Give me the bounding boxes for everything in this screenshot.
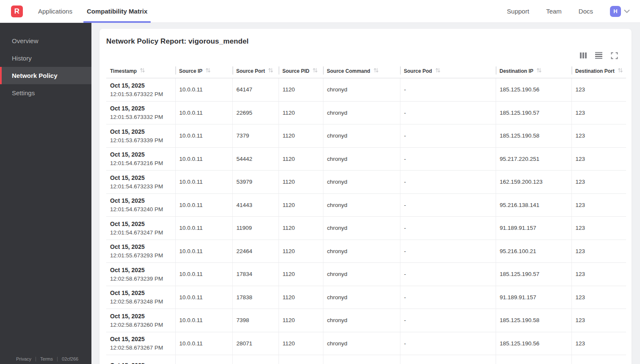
cell-destination_port: 123: [571, 193, 626, 217]
cell-source_command: chronyd: [323, 286, 400, 309]
sidebar-item-history[interactable]: History: [0, 50, 91, 67]
table-row: Oct 15, 202512:01:53.673339 PM10.0.0.117…: [106, 124, 626, 148]
cell-destination_ip: 185.125.190.56: [496, 78, 571, 102]
cell-destination_port: 123: [571, 286, 626, 309]
cell-source_pid: 1120: [279, 193, 323, 217]
terms-link[interactable]: Terms: [40, 356, 53, 361]
cell-destination_port: 123: [571, 332, 626, 355]
cell-source_pid: 1120: [279, 332, 323, 355]
cell-timestamp: Oct 15, 202512:02:58.673239 PM: [106, 263, 175, 286]
sidebar-item-network-policy[interactable]: Network Policy: [0, 67, 91, 84]
cell-destination_ip: 185.125.190.57: [496, 263, 571, 286]
cell-source_port: 54442: [232, 147, 279, 171]
network-policy-table: TimestampSource IPSource PortSource PIDS…: [106, 66, 626, 364]
tab-applications[interactable]: Applications: [38, 0, 72, 23]
sidebar-items: OverviewHistoryNetwork PolicySettings: [0, 23, 91, 102]
cell-source_pod: -: [400, 147, 496, 171]
column-header-source-pod[interactable]: Source Pod: [400, 66, 496, 78]
cell-source_ip: 10.0.0.11: [175, 286, 232, 309]
sort-icon: [618, 68, 623, 74]
table-header-row: TimestampSource IPSource PortSource PIDS…: [106, 66, 626, 78]
cell-source_pid: [279, 355, 323, 364]
sort-icon: [435, 68, 441, 74]
column-label: Source IP: [179, 68, 202, 74]
cell-source_port: 22464: [232, 240, 279, 263]
link-docs[interactable]: Docs: [579, 8, 593, 15]
cell-source_port: [232, 355, 279, 364]
column-header-source-pid[interactable]: Source PID: [279, 66, 323, 78]
column-header-source-ip[interactable]: Source IP: [175, 66, 232, 78]
cell-destination_port: 123: [571, 78, 626, 102]
sidebar-footer: Privacy Terms 02cf266: [16, 356, 78, 361]
cell-source_port: 11909: [232, 217, 279, 240]
cell-destination_ip: [496, 355, 571, 364]
cell-destination_port: [571, 355, 626, 364]
column-label: Source Command: [327, 68, 370, 74]
table-row: Oct 15, 2025: [106, 355, 626, 364]
fullscreen-icon[interactable]: [611, 52, 618, 59]
cell-destination_port: 123: [571, 263, 626, 286]
cell-source_port: 7379: [232, 124, 279, 148]
columns-view-icon[interactable]: [580, 52, 587, 58]
cell-source_ip: 10.0.0.11: [175, 147, 232, 171]
cell-source_command: [323, 355, 400, 364]
cell-source_port: 7398: [232, 309, 279, 332]
cell-source_port: 41443: [232, 193, 279, 217]
cell-timestamp: Oct 15, 202512:01:54.673233 PM: [106, 171, 175, 194]
privacy-link[interactable]: Privacy: [16, 356, 31, 361]
column-header-timestamp[interactable]: Timestamp: [106, 66, 175, 78]
cell-source_port: 17834: [232, 263, 279, 286]
cell-destination_ip: 95.216.100.21: [496, 240, 571, 263]
cell-source_pid: 1120: [279, 309, 323, 332]
cell-source_pid: 1120: [279, 240, 323, 263]
cell-source_pod: -: [400, 78, 496, 102]
row-view-icon[interactable]: [595, 52, 602, 59]
column-header-source-port[interactable]: Source Port: [232, 66, 279, 78]
cell-source_port: 53979: [232, 171, 279, 194]
cell-source_pid: 1120: [279, 217, 323, 240]
cell-destination_port: 123: [571, 240, 626, 263]
sidebar: OverviewHistoryNetwork PolicySettings Pr…: [0, 23, 91, 364]
sort-icon: [205, 68, 211, 74]
column-label: Source Pod: [404, 68, 432, 74]
cell-source_ip: 10.0.0.11: [175, 193, 232, 217]
cell-source_pid: 1120: [279, 101, 323, 124]
cell-source_pod: -: [400, 193, 496, 217]
column-header-source-command[interactable]: Source Command: [323, 66, 400, 78]
cell-source_pod: -: [400, 263, 496, 286]
table-row: Oct 15, 202512:02:58.673260 PM10.0.0.117…: [106, 309, 626, 332]
cell-destination_port: 123: [571, 171, 626, 194]
cell-destination_ip: 185.125.190.56: [496, 332, 571, 355]
column-label: Destination IP: [499, 68, 533, 74]
cell-source_pod: -: [400, 286, 496, 309]
avatar-initial: H: [613, 8, 617, 14]
sidebar-item-overview[interactable]: Overview: [0, 32, 91, 50]
cell-timestamp: Oct 15, 202512:01:53.673322 PM: [106, 78, 175, 102]
sidebar-item-settings[interactable]: Settings: [0, 84, 91, 102]
cell-source_command: chronyd: [323, 193, 400, 217]
cell-destination_port: 123: [571, 101, 626, 124]
chevron-down-icon[interactable]: [624, 10, 630, 13]
cell-destination_port: 123: [571, 309, 626, 332]
cell-timestamp: Oct 15, 202512:01:53.673339 PM: [106, 124, 175, 148]
avatar[interactable]: H: [610, 6, 621, 17]
cell-timestamp: Oct 15, 2025: [106, 355, 175, 364]
cell-source_command: chronyd: [323, 217, 400, 240]
column-header-destination-port[interactable]: Destination Port: [571, 66, 626, 78]
cell-source_pid: 1120: [279, 263, 323, 286]
tab-compatibility-matrix[interactable]: Compatibility Matrix: [87, 0, 147, 23]
cell-source_pod: [400, 355, 496, 364]
topbar-links: SupportTeamDocs: [507, 8, 610, 15]
cell-source_command: chronyd: [323, 263, 400, 286]
cell-source_command: chronyd: [323, 309, 400, 332]
cell-source_port: 28071: [232, 332, 279, 355]
cell-source_command: chronyd: [323, 101, 400, 124]
cell-timestamp: Oct 15, 202512:02:58.673248 PM: [106, 286, 175, 309]
footer-divider: [36, 357, 36, 361]
cell-source_pod: -: [400, 240, 496, 263]
link-team[interactable]: Team: [546, 8, 562, 15]
cell-source_command: chronyd: [323, 124, 400, 148]
column-header-destination-ip[interactable]: Destination IP: [496, 66, 571, 78]
link-support[interactable]: Support: [507, 8, 530, 15]
cell-source_ip: 10.0.0.11: [175, 240, 232, 263]
